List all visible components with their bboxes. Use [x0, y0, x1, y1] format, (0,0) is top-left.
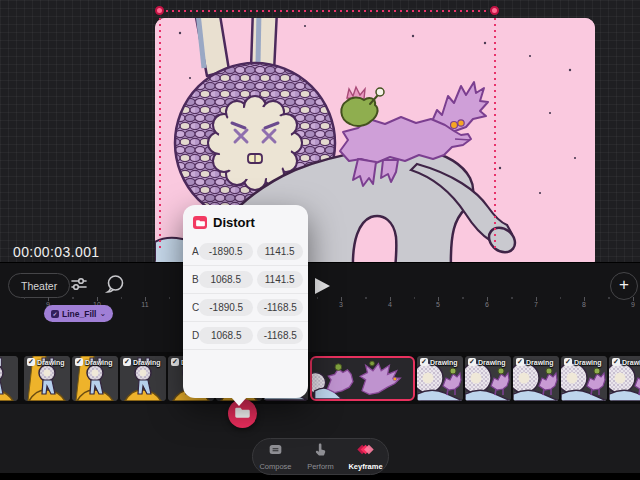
ruler-tick-label: 6 [485, 301, 489, 308]
track-checkbox[interactable]: ✓ [51, 310, 59, 318]
layer-label: Drawing [133, 359, 161, 366]
timecode: 00:00:03.001 [13, 244, 100, 260]
distort-c-x-field[interactable]: -1890.5 [199, 299, 253, 316]
layer-checkbox[interactable]: ✓ [516, 358, 524, 366]
folder-icon [193, 216, 207, 229]
thumbnail-header: ✓Drawing [123, 358, 161, 366]
sliders-icon [68, 273, 90, 299]
layer-checkbox[interactable]: ✓ [123, 358, 131, 366]
timeline-thumbnail[interactable]: ✓Drawing [72, 356, 118, 401]
ruler-tick-label: 9 [631, 301, 635, 308]
timeline-panel: Theater + 910113456789 ✓ Line_Fill [0, 262, 640, 480]
thumbnail-header: ✓Drawing [612, 358, 640, 366]
distort-d-x-field[interactable]: 1068.5 [199, 327, 253, 344]
distort-a-x-field[interactable]: -1890.5 [199, 243, 253, 260]
theater-button[interactable]: Theater [8, 273, 70, 298]
ruler-tick-label: 7 [534, 301, 538, 308]
thumbnail-header: ✓Drawing [564, 358, 602, 366]
row-label: B [192, 274, 199, 285]
ruler-tick-label: 3 [339, 301, 343, 308]
chat-bubble-icon [104, 273, 126, 299]
distort-cage-top-edge[interactable] [160, 10, 496, 12]
distort-row-c: C -1890.5 -1168.5 [183, 294, 308, 322]
timeline-thumbnail[interactable]: ✓Drawing [561, 356, 607, 401]
ruler-tick [73, 297, 74, 299]
chevron-down-icon: ⌄ [99, 311, 106, 317]
ruler-tick [24, 297, 25, 299]
popup-tail [231, 397, 247, 406]
layer-label: Drawing [430, 359, 458, 366]
distort-d-y-field[interactable]: -1168.5 [257, 327, 303, 344]
thumbnail-header: ✓Drawing [420, 358, 458, 366]
layer-checkbox[interactable]: ✓ [171, 358, 179, 366]
distort-row-b: B 1068.5 1141.5 [183, 266, 308, 294]
timeline-thumbnail[interactable]: ✓Drawing [513, 356, 559, 401]
tab-perform-label: Perform [307, 462, 334, 471]
layer-label: Drawing [526, 359, 554, 366]
distort-handle-top-left[interactable] [155, 6, 164, 15]
ruler-tick [366, 297, 367, 299]
keyframe-diamonds-icon [357, 442, 374, 460]
ruler-tick-label: 8 [582, 301, 586, 308]
distort-handle-top-right[interactable] [490, 6, 499, 15]
compose-icon [268, 442, 283, 460]
layer-label: Drawing [622, 359, 640, 366]
ruler-tick [463, 297, 464, 299]
thumbnail-header: ✓Drawing [27, 358, 65, 366]
app-window: 00:00:03.001 Theater + 9101134 [0, 0, 640, 480]
layer-label: Drawing [85, 359, 113, 366]
plus-icon: + [619, 275, 629, 294]
ruler-tick [169, 297, 170, 299]
timeline-thumbnail[interactable] [0, 356, 18, 401]
row-label: C [192, 302, 199, 313]
filmstrip: ✓Drawing✓Drawing✓Drawing✓Drawing✓Drawing… [0, 356, 640, 402]
layer-label: Drawing [37, 359, 65, 366]
distort-cage-right-edge[interactable] [494, 12, 496, 252]
thumbnail-art [0, 356, 18, 401]
distort-popup-header: Distort [183, 205, 308, 238]
row-label: D [192, 330, 199, 341]
mode-bar: Compose Perform Keyframe [252, 438, 389, 475]
timeline-thumbnail[interactable]: ✓Drawing [417, 356, 463, 401]
distort-popup: Distort A -1890.5 1141.5 B 1068.5 1141.5… [183, 205, 308, 398]
ruler-tick [609, 297, 610, 299]
timeline-thumbnail[interactable]: ✓Drawing [24, 356, 70, 401]
distort-b-x-field[interactable]: 1068.5 [199, 271, 253, 288]
tab-perform[interactable]: Perform [298, 439, 343, 474]
layer-label: Drawing [478, 359, 506, 366]
distort-cage-left-edge[interactable] [159, 12, 161, 252]
layer-checkbox[interactable]: ✓ [27, 358, 35, 366]
perform-hand-icon [314, 442, 327, 460]
selected-clip[interactable] [310, 356, 415, 401]
layer-checkbox[interactable]: ✓ [75, 358, 83, 366]
layer-label: Drawing [574, 359, 602, 366]
filters-button[interactable] [64, 273, 94, 298]
layer-checkbox[interactable]: ✓ [564, 358, 572, 366]
thumbnail-header: ✓Drawing [75, 358, 113, 366]
layer-checkbox[interactable]: ✓ [612, 358, 620, 366]
folder-icon [235, 405, 250, 423]
timeline-thumbnail[interactable]: ✓Drawing [465, 356, 511, 401]
ruler-tick-label: 4 [388, 301, 392, 308]
distort-row-a: A -1890.5 1141.5 [183, 238, 308, 266]
layer-checkbox[interactable]: ✓ [468, 358, 476, 366]
tab-compose[interactable]: Compose [253, 439, 298, 474]
timeline-thumbnail[interactable]: ✓Drawing [120, 356, 166, 401]
tab-compose-label: Compose [259, 462, 291, 471]
distort-c-y-field[interactable]: -1168.5 [257, 299, 303, 316]
timeline-thumbnail[interactable]: ✓Drawing [609, 356, 640, 401]
tab-keyframe[interactable]: Keyframe [343, 439, 388, 474]
thumbnail-header: ✓Drawing [468, 358, 506, 366]
play-button[interactable] [315, 278, 330, 294]
distort-a-y-field[interactable]: 1141.5 [257, 243, 303, 260]
track-label: Line_Fill [62, 309, 96, 319]
comments-button[interactable] [100, 273, 130, 298]
ruler-tick [560, 297, 561, 299]
distort-b-y-field[interactable]: 1141.5 [257, 271, 303, 288]
thumbnail-header: ✓Drawing [516, 358, 554, 366]
add-content-button[interactable]: + [610, 272, 638, 300]
layer-checkbox[interactable]: ✓ [420, 358, 428, 366]
ruler-tick [414, 297, 415, 299]
ruler-tick-label: 11 [141, 301, 148, 308]
track-pill-line-fill[interactable]: ✓ Line_Fill ⌄ [44, 305, 113, 322]
